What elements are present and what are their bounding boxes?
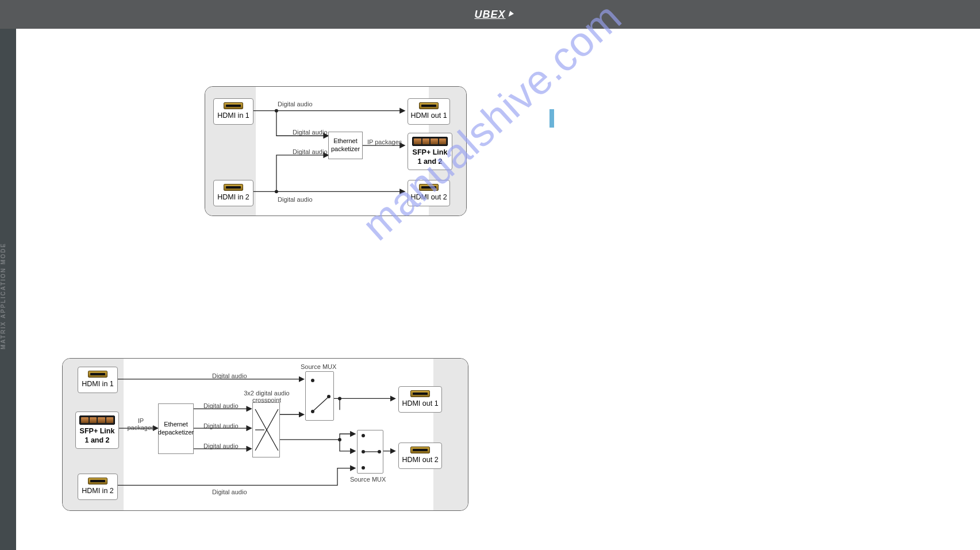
- tx-hdmi-out-2: HDMI out 2: [408, 180, 450, 206]
- lbl-source-mux: Source MUX: [301, 363, 336, 370]
- port-label: 1 and 2: [84, 436, 109, 445]
- hdmi-port-icon: [88, 478, 107, 484]
- side-tab-label: MATRIX APPLICATION MODE: [0, 161, 16, 437]
- text-cursor-indicator: [549, 109, 554, 128]
- lbl-digital-audio: Digital audio: [278, 196, 313, 203]
- svg-point-18: [311, 379, 314, 382]
- hdmi-port-icon: [419, 102, 439, 109]
- svg-point-11: [338, 438, 341, 441]
- lbl-source-mux: Source MUX: [350, 476, 386, 483]
- mux-icon: [358, 430, 383, 474]
- tx-hdmi-in-1: HDMI in 1: [213, 98, 253, 125]
- sfp-port-icon: [79, 416, 115, 425]
- lbl-digital-audio: Digital audio: [293, 129, 328, 136]
- lbl-ip-packages: IP packages: [367, 139, 402, 145]
- tx-hdmi-out-1: HDMI out 1: [408, 98, 450, 125]
- port-label: 1 and 2: [417, 157, 442, 167]
- lbl-3x2-crosspoint: 3x2 digital audio crosspoint: [235, 390, 298, 403]
- block-label: Ethernet depacketizer: [158, 421, 194, 437]
- crosspoint-3x2: [252, 402, 280, 457]
- rx-sfp-in: SFP+ Link 1 and 2: [75, 411, 119, 449]
- rx-hdmi-out-1: HDMI out 1: [398, 386, 442, 413]
- ethernet-packetizer: Ethernet packetizer: [328, 132, 363, 159]
- hdmi-port-icon: [410, 390, 430, 397]
- hdmi-port-icon: [224, 102, 243, 109]
- rx-diagram: Digital audio Digital audio Digital audi…: [62, 358, 468, 511]
- rx-hdmi-in-2: HDMI in 2: [78, 474, 118, 500]
- lbl-digital-audio: Digital audio: [212, 489, 247, 495]
- hdmi-port-icon: [88, 371, 107, 378]
- top-bar: UBEX: [0, 0, 980, 29]
- lbl-digital-audio: Digital audio: [293, 148, 328, 155]
- svg-point-24: [362, 466, 365, 470]
- source-mux-2: [357, 430, 383, 474]
- tx-diagram: Digital audio Digital audio Digital audi…: [205, 86, 467, 216]
- lbl-digital-audio: Digital audio: [212, 372, 247, 379]
- port-label: HDMI in 1: [82, 380, 114, 389]
- port-label: HDMI in 2: [217, 193, 249, 202]
- crosspoint-icon: [253, 402, 279, 457]
- svg-line-21: [314, 398, 328, 410]
- port-label: HDMI out 2: [402, 456, 438, 465]
- brand-logo: UBEX: [474, 9, 505, 21]
- svg-point-3: [275, 190, 278, 193]
- port-label: SFP+ Link: [80, 427, 115, 436]
- ethernet-depacketizer: Ethernet depacketizer: [158, 403, 194, 454]
- svg-point-22: [362, 434, 365, 437]
- svg-point-1: [275, 109, 278, 113]
- document-page: MATRIX APPLICATION MODE: [16, 29, 980, 550]
- port-label: HDMI in 1: [217, 111, 249, 121]
- mux-icon: [306, 371, 333, 421]
- port-label: HDMI out 1: [410, 111, 447, 121]
- rx-output-column-bg: [433, 359, 468, 510]
- block-label: Ethernet packetizer: [329, 137, 362, 153]
- tx-sfp-out: SFP+ Link 1 and 2: [408, 133, 452, 170]
- lbl-digital-audio: Digital audio: [278, 101, 313, 107]
- svg-point-13: [338, 397, 341, 400]
- rx-hdmi-out-2: HDMI out 2: [398, 443, 442, 469]
- lbl-digital-audio: Digital audio: [203, 422, 239, 429]
- port-label: HDMI out 2: [410, 193, 447, 202]
- lbl-digital-audio: Digital audio: [203, 443, 239, 449]
- port-label: SFP+ Link: [413, 148, 448, 157]
- rx-hdmi-in-1: HDMI in 1: [78, 367, 118, 393]
- port-label: HDMI in 2: [82, 487, 114, 496]
- hdmi-port-icon: [410, 447, 430, 453]
- tx-hdmi-in-2: HDMI in 2: [213, 180, 253, 206]
- lbl-ip-packages: IP packages: [127, 417, 155, 431]
- hdmi-port-icon: [419, 184, 439, 191]
- port-label: HDMI out 1: [402, 399, 438, 409]
- source-mux-1: [305, 371, 334, 421]
- hdmi-port-icon: [224, 184, 243, 191]
- sfp-port-icon: [412, 137, 448, 146]
- lbl-digital-audio: Digital audio: [203, 402, 239, 409]
